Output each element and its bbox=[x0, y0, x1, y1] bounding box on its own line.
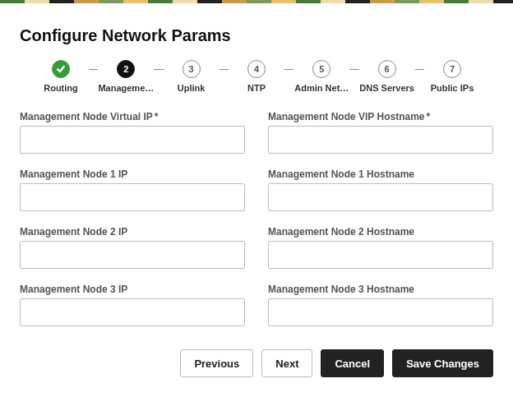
footer-buttons: Previous Next Cancel Save Changes bbox=[0, 326, 513, 390]
step-number: 3 bbox=[183, 60, 201, 78]
field-node2-hostname: Management Node 2 Hostname bbox=[268, 226, 493, 269]
step-connector bbox=[284, 69, 293, 70]
step-connector bbox=[415, 69, 424, 70]
node2-hostname-input[interactable] bbox=[268, 241, 493, 269]
required-mark: * bbox=[427, 111, 431, 122]
field-label-text: Management Node 3 Hostname bbox=[268, 284, 493, 295]
step-connector bbox=[349, 69, 358, 70]
step-label: DNS Servers bbox=[359, 83, 414, 93]
field-label-text: Management Node 2 IP bbox=[20, 226, 245, 238]
step-public-ips[interactable]: 7 Public IPs bbox=[424, 60, 480, 93]
check-icon bbox=[56, 64, 66, 74]
step-number: 6 bbox=[378, 60, 396, 78]
step-label: Routing bbox=[44, 83, 78, 93]
node3-hostname-input[interactable] bbox=[268, 298, 493, 326]
field-node1-ip: Management Node 1 IP bbox=[20, 168, 245, 211]
save-changes-button[interactable]: Save Changes bbox=[392, 349, 493, 377]
cancel-button[interactable]: Cancel bbox=[321, 349, 384, 377]
field-node3-ip: Management Node 3 IP bbox=[20, 284, 245, 326]
node1-hostname-input[interactable] bbox=[268, 183, 493, 211]
stepper: Routing 2 Manageme… 3 Uplink 4 NTP 5 Adm… bbox=[20, 60, 493, 93]
step-routing[interactable]: Routing bbox=[33, 60, 89, 93]
field-virtual-ip: Management Node Virtual IP* bbox=[20, 111, 245, 154]
step-label: NTP bbox=[247, 83, 266, 93]
step-label: Manageme… bbox=[98, 83, 154, 93]
virtual-ip-input[interactable] bbox=[20, 126, 245, 154]
node3-ip-input[interactable] bbox=[20, 298, 245, 326]
step-connector bbox=[89, 69, 98, 70]
step-label: Admin Net… bbox=[294, 83, 349, 93]
step-ntp[interactable]: 4 NTP bbox=[229, 60, 284, 93]
step-number: 5 bbox=[312, 60, 330, 78]
field-label-text: Management Node 1 Hostname bbox=[268, 168, 493, 180]
field-node3-hostname: Management Node 3 Hostname bbox=[268, 284, 493, 326]
node1-ip-input[interactable] bbox=[20, 183, 245, 211]
previous-button[interactable]: Previous bbox=[180, 349, 253, 377]
vip-hostname-input[interactable] bbox=[268, 126, 493, 154]
step-uplink[interactable]: 3 Uplink bbox=[164, 60, 220, 93]
field-label-text: Management Node VIP Hostname bbox=[268, 111, 425, 122]
field-node2-ip: Management Node 2 IP bbox=[20, 226, 245, 269]
step-dns-servers[interactable]: 6 DNS Servers bbox=[359, 60, 415, 93]
step-label: Uplink bbox=[178, 83, 206, 93]
step-label: Public IPs bbox=[431, 83, 474, 93]
node2-ip-input[interactable] bbox=[20, 241, 245, 269]
field-node1-hostname: Management Node 1 Hostname bbox=[268, 168, 493, 211]
field-label-text: Management Node 3 IP bbox=[20, 284, 245, 295]
next-button[interactable]: Next bbox=[261, 349, 312, 377]
step-admin-network[interactable]: 5 Admin Net… bbox=[293, 60, 349, 93]
field-label-text: Management Node Virtual IP bbox=[20, 111, 153, 122]
page-title: Configure Network Params bbox=[20, 26, 493, 45]
step-number: 7 bbox=[443, 60, 461, 78]
field-label-text: Management Node 1 IP bbox=[20, 168, 245, 180]
field-label-text: Management Node 2 Hostname bbox=[268, 226, 493, 238]
required-mark: * bbox=[155, 111, 159, 122]
step-management[interactable]: 2 Manageme… bbox=[98, 60, 154, 93]
step-number: 2 bbox=[117, 60, 135, 78]
step-connector bbox=[220, 69, 229, 70]
step-connector bbox=[154, 69, 163, 70]
field-vip-hostname: Management Node VIP Hostname* bbox=[268, 111, 493, 154]
step-number: 4 bbox=[247, 60, 266, 78]
form-grid: Management Node Virtual IP* Management N… bbox=[20, 111, 493, 326]
